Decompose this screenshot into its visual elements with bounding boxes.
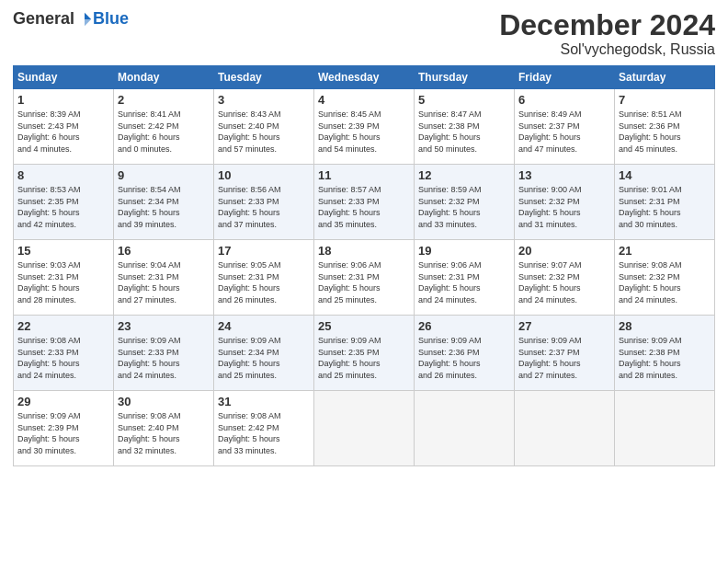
day-info: Sunrise: 8:54 AMSunset: 2:34 PMDaylight:… (118, 184, 210, 230)
day-info: Sunrise: 8:45 AMSunset: 2:39 PMDaylight:… (318, 109, 410, 155)
day-info: Sunrise: 9:08 AMSunset: 2:32 PMDaylight:… (619, 259, 711, 305)
day-number: 11 (318, 168, 410, 182)
day-number: 28 (619, 319, 711, 333)
day-info: Sunrise: 9:00 AMSunset: 2:32 PMDaylight:… (518, 184, 610, 230)
day-cell-7: 7Sunrise: 8:51 AMSunset: 2:36 PMDaylight… (615, 89, 715, 165)
day-number: 1 (17, 93, 109, 107)
day-info: Sunrise: 9:04 AMSunset: 2:31 PMDaylight:… (118, 259, 210, 305)
day-number: 24 (218, 319, 310, 333)
calendar-subtitle: Sol'vychegodsk, Russia (499, 41, 715, 58)
day-info: Sunrise: 9:09 AMSunset: 2:36 PMDaylight:… (418, 335, 510, 381)
day-info: Sunrise: 9:03 AMSunset: 2:31 PMDaylight:… (17, 259, 109, 305)
header-saturday: Saturday (615, 66, 715, 89)
logo: General Blue (13, 9, 129, 29)
day-info: Sunrise: 8:53 AMSunset: 2:35 PMDaylight:… (17, 184, 109, 230)
day-cell-6: 6Sunrise: 8:49 AMSunset: 2:37 PMDaylight… (515, 89, 615, 165)
week-row-3: 15Sunrise: 9:03 AMSunset: 2:31 PMDayligh… (14, 240, 715, 316)
day-info: Sunrise: 9:09 AMSunset: 2:33 PMDaylight:… (118, 335, 210, 381)
day-cell-2: 2Sunrise: 8:41 AMSunset: 2:42 PMDaylight… (114, 89, 214, 165)
day-number: 2 (118, 93, 210, 107)
calendar-title: December 2024 (499, 9, 715, 41)
day-cell-33 (415, 391, 515, 466)
day-cell-22: 22Sunrise: 9:08 AMSunset: 2:33 PMDayligh… (14, 316, 114, 391)
day-info: Sunrise: 8:39 AMSunset: 2:43 PMDaylight:… (17, 109, 109, 155)
header-monday: Monday (114, 66, 214, 89)
day-cell-24: 24Sunrise: 9:09 AMSunset: 2:34 PMDayligh… (214, 316, 314, 391)
day-number: 19 (418, 244, 510, 258)
logo-blue: Blue (93, 9, 129, 29)
day-cell-20: 20Sunrise: 9:07 AMSunset: 2:32 PMDayligh… (515, 240, 615, 316)
day-info: Sunrise: 8:49 AMSunset: 2:37 PMDaylight:… (518, 109, 610, 155)
day-info: Sunrise: 8:57 AMSunset: 2:33 PMDaylight:… (318, 184, 410, 230)
svg-marker-0 (85, 12, 91, 18)
day-cell-17: 17Sunrise: 9:05 AMSunset: 2:31 PMDayligh… (214, 240, 314, 316)
day-cell-5: 5Sunrise: 8:47 AMSunset: 2:38 PMDaylight… (415, 89, 515, 165)
day-cell-16: 16Sunrise: 9:04 AMSunset: 2:31 PMDayligh… (114, 240, 214, 316)
day-info: Sunrise: 9:06 AMSunset: 2:31 PMDaylight:… (318, 259, 410, 305)
day-cell-9: 9Sunrise: 8:54 AMSunset: 2:34 PMDaylight… (114, 165, 214, 240)
day-info: Sunrise: 8:41 AMSunset: 2:42 PMDaylight:… (118, 109, 210, 155)
day-cell-19: 19Sunrise: 9:06 AMSunset: 2:31 PMDayligh… (415, 240, 515, 316)
day-info: Sunrise: 8:59 AMSunset: 2:32 PMDaylight:… (418, 184, 510, 230)
day-cell-34 (515, 391, 615, 466)
day-info: Sunrise: 9:09 AMSunset: 2:39 PMDaylight:… (17, 410, 109, 456)
day-cell-30: 30Sunrise: 9:08 AMSunset: 2:40 PMDayligh… (114, 391, 214, 466)
day-cell-32 (314, 391, 415, 466)
day-number: 26 (418, 319, 510, 333)
day-cell-21: 21Sunrise: 9:08 AMSunset: 2:32 PMDayligh… (615, 240, 715, 316)
day-cell-27: 27Sunrise: 9:09 AMSunset: 2:37 PMDayligh… (515, 316, 615, 391)
day-number: 30 (118, 395, 210, 408)
day-cell-10: 10Sunrise: 8:56 AMSunset: 2:33 PMDayligh… (214, 165, 314, 240)
day-number: 22 (17, 319, 109, 333)
day-cell-4: 4Sunrise: 8:45 AMSunset: 2:39 PMDaylight… (314, 89, 415, 165)
day-number: 13 (518, 168, 610, 182)
calendar-table: Sunday Monday Tuesday Wednesday Thursday… (13, 65, 715, 466)
week-row-5: 29Sunrise: 9:09 AMSunset: 2:39 PMDayligh… (14, 391, 715, 466)
day-number: 14 (619, 168, 711, 182)
day-number: 23 (118, 319, 210, 333)
week-row-4: 22Sunrise: 9:08 AMSunset: 2:33 PMDayligh… (14, 316, 715, 391)
day-cell-14: 14Sunrise: 9:01 AMSunset: 2:31 PMDayligh… (615, 165, 715, 240)
logo-general: General (13, 9, 74, 29)
day-number: 31 (218, 395, 310, 408)
day-info: Sunrise: 9:09 AMSunset: 2:35 PMDaylight:… (318, 335, 410, 381)
day-number: 10 (218, 168, 310, 182)
day-number: 4 (318, 93, 410, 107)
day-number: 25 (318, 319, 410, 333)
header-thursday: Thursday (415, 66, 515, 89)
day-cell-25: 25Sunrise: 9:09 AMSunset: 2:35 PMDayligh… (314, 316, 415, 391)
day-number: 3 (218, 93, 310, 107)
day-info: Sunrise: 9:07 AMSunset: 2:32 PMDaylight:… (518, 259, 610, 305)
day-cell-12: 12Sunrise: 8:59 AMSunset: 2:32 PMDayligh… (415, 165, 515, 240)
header: General Blue December 2024 Sol'vychegods… (13, 9, 715, 58)
day-number: 6 (518, 93, 610, 107)
header-wednesday: Wednesday (314, 66, 415, 89)
header-friday: Friday (515, 66, 615, 89)
day-number: 18 (318, 244, 410, 258)
day-number: 21 (619, 244, 711, 258)
day-number: 9 (118, 168, 210, 182)
day-info: Sunrise: 8:47 AMSunset: 2:38 PMDaylight:… (418, 109, 510, 155)
logo-text: General Blue (13, 9, 129, 29)
day-number: 8 (17, 168, 109, 182)
header-sunday: Sunday (14, 66, 114, 89)
day-info: Sunrise: 9:08 AMSunset: 2:33 PMDaylight:… (17, 335, 109, 381)
day-number: 16 (118, 244, 210, 258)
day-info: Sunrise: 8:43 AMSunset: 2:40 PMDaylight:… (218, 109, 310, 155)
day-info: Sunrise: 8:56 AMSunset: 2:33 PMDaylight:… (218, 184, 310, 230)
day-info: Sunrise: 9:01 AMSunset: 2:31 PMDaylight:… (619, 184, 711, 230)
weekday-header-row: Sunday Monday Tuesday Wednesday Thursday… (14, 66, 715, 89)
day-number: 27 (518, 319, 610, 333)
day-cell-11: 11Sunrise: 8:57 AMSunset: 2:33 PMDayligh… (314, 165, 415, 240)
day-cell-8: 8Sunrise: 8:53 AMSunset: 2:35 PMDaylight… (14, 165, 114, 240)
day-number: 15 (17, 244, 109, 258)
day-cell-29: 29Sunrise: 9:09 AMSunset: 2:39 PMDayligh… (14, 391, 114, 466)
day-number: 7 (619, 93, 711, 107)
day-info: Sunrise: 9:09 AMSunset: 2:34 PMDaylight:… (218, 335, 310, 381)
day-number: 20 (518, 244, 610, 258)
day-cell-35 (615, 391, 715, 466)
svg-marker-1 (85, 19, 91, 26)
day-number: 12 (418, 168, 510, 182)
day-cell-18: 18Sunrise: 9:06 AMSunset: 2:31 PMDayligh… (314, 240, 415, 316)
day-number: 29 (17, 395, 109, 408)
